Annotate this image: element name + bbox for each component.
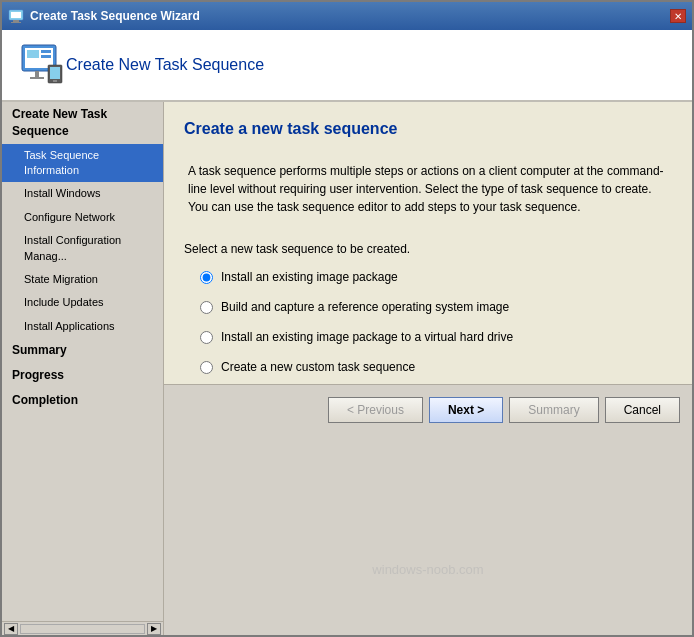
- radio-option-opt3[interactable]: Install an existing image package to a v…: [200, 330, 672, 344]
- radio-input-opt2[interactable]: [200, 301, 213, 314]
- sidebar-scroll-left[interactable]: ◀: [4, 623, 18, 635]
- radio-input-opt4[interactable]: [200, 361, 213, 374]
- svg-rect-2: [13, 20, 19, 22]
- content-area: Create New Task SequenceTask Sequence In…: [2, 102, 692, 635]
- sidebar-item-completion[interactable]: Completion: [2, 388, 163, 413]
- radio-label-opt2: Build and capture a reference operating …: [221, 300, 509, 314]
- title-bar-text: Create Task Sequence Wizard: [30, 9, 670, 23]
- svg-rect-3: [11, 22, 21, 23]
- bottom-bar: < Previous Next > Summary Cancel: [164, 384, 692, 434]
- sidebar-item-configure-network[interactable]: Configure Network: [2, 206, 163, 229]
- sidebar: Create New Task SequenceTask Sequence In…: [2, 102, 164, 635]
- sidebar-item-progress[interactable]: Progress: [2, 363, 163, 388]
- select-label: Select a new task sequence to be created…: [184, 242, 672, 256]
- svg-rect-8: [41, 55, 51, 58]
- radio-label-opt4: Create a new custom task sequence: [221, 360, 415, 374]
- sidebar-scroll: Create New Task SequenceTask Sequence In…: [2, 102, 163, 621]
- main-content-wrapper: Create a new task sequence A task sequen…: [164, 102, 692, 635]
- header-title: Create New Task Sequence: [66, 56, 264, 74]
- cancel-button[interactable]: Cancel: [605, 397, 680, 423]
- sidebar-item-create-new-task-sequence[interactable]: Create New Task Sequence: [2, 102, 163, 144]
- radio-option-opt4[interactable]: Create a new custom task sequence: [200, 360, 672, 374]
- previous-button[interactable]: < Previous: [328, 397, 423, 423]
- svg-rect-13: [53, 80, 57, 82]
- radio-input-opt1[interactable]: [200, 271, 213, 284]
- svg-rect-1: [11, 12, 21, 18]
- radio-group: Install an existing image packageBuild a…: [184, 270, 672, 374]
- watermark: windows-noob.com: [164, 562, 692, 577]
- description-text: A task sequence performs multiple steps …: [184, 156, 672, 222]
- main-title: Create a new task sequence: [184, 120, 672, 138]
- sidebar-item-task-sequence-information[interactable]: Task Sequence Information: [2, 144, 163, 183]
- wizard-icon: [8, 8, 24, 24]
- wizard-window: Create Task Sequence Wizard ✕ Create New…: [0, 0, 694, 637]
- sidebar-item-install-windows[interactable]: Install Windows: [2, 182, 163, 205]
- svg-rect-9: [35, 71, 39, 77]
- close-button[interactable]: ✕: [670, 9, 686, 23]
- svg-rect-10: [30, 77, 44, 79]
- radio-option-opt2[interactable]: Build and capture a reference operating …: [200, 300, 672, 314]
- svg-rect-6: [27, 50, 39, 58]
- sidebar-item-install-applications[interactable]: Install Applications: [2, 315, 163, 338]
- radio-input-opt3[interactable]: [200, 331, 213, 344]
- radio-option-opt1[interactable]: Install an existing image package: [200, 270, 672, 284]
- radio-label-opt3: Install an existing image package to a v…: [221, 330, 513, 344]
- next-button[interactable]: Next >: [429, 397, 503, 423]
- sidebar-item-install-configuration-manager[interactable]: Install Configuration Manag...: [2, 229, 163, 268]
- sidebar-item-summary[interactable]: Summary: [2, 338, 163, 363]
- summary-button[interactable]: Summary: [509, 397, 598, 423]
- sidebar-item-state-migration[interactable]: State Migration: [2, 268, 163, 291]
- main-panel: Create a new task sequence A task sequen…: [164, 102, 692, 384]
- sidebar-scroll-right[interactable]: ▶: [147, 623, 161, 635]
- title-bar: Create Task Sequence Wizard ✕: [2, 2, 692, 30]
- radio-label-opt1: Install an existing image package: [221, 270, 398, 284]
- sidebar-item-include-updates[interactable]: Include Updates: [2, 291, 163, 314]
- header-icon: [18, 41, 66, 89]
- svg-rect-7: [41, 50, 51, 53]
- svg-rect-12: [50, 67, 60, 79]
- header-area: Create New Task Sequence: [2, 30, 692, 102]
